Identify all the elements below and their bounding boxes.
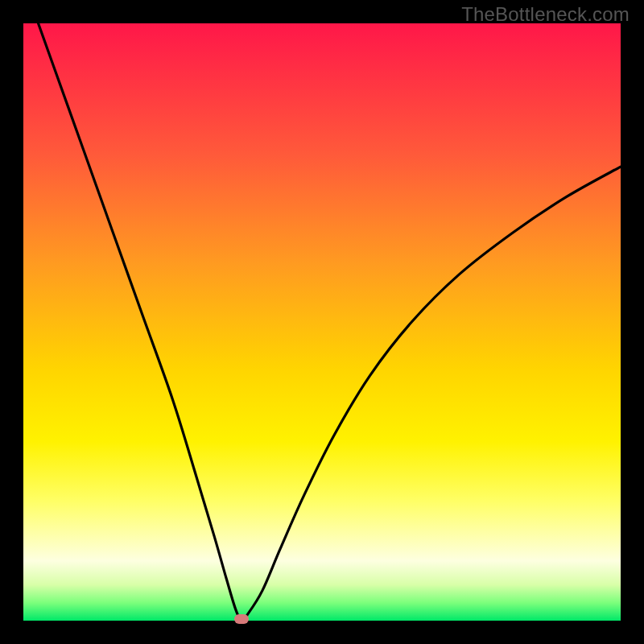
chart-frame: TheBottleneck.com <box>0 0 644 644</box>
bottleneck-curve-path <box>23 23 621 621</box>
minimum-marker <box>234 614 249 624</box>
watermark-text: TheBottleneck.com <box>461 3 630 26</box>
curve-svg <box>23 23 621 621</box>
plot-area <box>23 23 621 621</box>
